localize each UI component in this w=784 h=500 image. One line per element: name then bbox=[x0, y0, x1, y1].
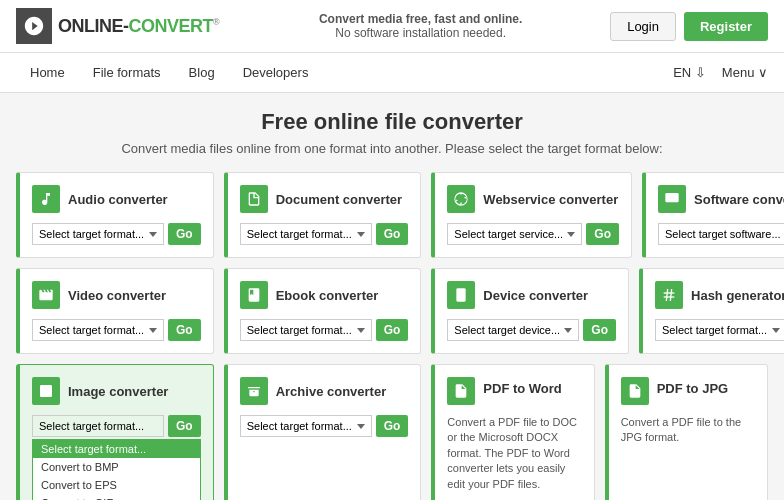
device-converter-card: Device converter Select target device...… bbox=[431, 268, 629, 354]
svg-rect-0 bbox=[665, 193, 678, 202]
hash-select[interactable]: Select target format... bbox=[655, 319, 784, 341]
image-icon bbox=[32, 377, 60, 405]
converter-grid-row3: Image converter Select target format... … bbox=[16, 364, 768, 500]
image-select[interactable]: Select target format... bbox=[32, 415, 164, 437]
document-converter-title: Document converter bbox=[276, 192, 402, 207]
pdf-to-jpg-icon bbox=[621, 377, 649, 405]
pdf-to-jpg-title: PDF to JPG bbox=[657, 381, 729, 396]
audio-converter-title: Audio converter bbox=[68, 192, 168, 207]
webservice-converter-title: Webservice converter bbox=[483, 192, 618, 207]
converter-grid-row2: Video converter Select target format... … bbox=[16, 268, 768, 354]
document-icon bbox=[240, 185, 268, 213]
svg-line-4 bbox=[666, 289, 667, 301]
audio-converter-card: Audio converter Select target format... … bbox=[16, 172, 214, 258]
device-select[interactable]: Select target device... bbox=[447, 319, 579, 341]
archive-converter-title: Archive converter bbox=[276, 384, 387, 399]
ebook-icon bbox=[240, 281, 268, 309]
page-subtitle: Convert media files online from one form… bbox=[16, 141, 768, 156]
logo[interactable]: ONLINE-CONVERT® bbox=[16, 8, 219, 44]
image-go-button[interactable]: Go bbox=[168, 415, 201, 437]
software-converter-card: Software converter Select target softwar… bbox=[642, 172, 784, 258]
webservice-icon bbox=[447, 185, 475, 213]
nav-right: EN ⇩ Menu ∨ bbox=[673, 65, 768, 80]
webservice-go-button[interactable]: Go bbox=[586, 223, 619, 245]
pdf-to-jpg-card: PDF to JPG Convert a PDF file to the JPG… bbox=[605, 364, 768, 500]
main-content: Free online file converter Convert media… bbox=[0, 93, 784, 500]
pdf-to-word-description: Convert a PDF file to DOC or the Microso… bbox=[447, 415, 581, 492]
video-converter-title: Video converter bbox=[68, 288, 166, 303]
ebook-converter-title: Ebook converter bbox=[276, 288, 379, 303]
document-go-button[interactable]: Go bbox=[376, 223, 409, 245]
nav-file-formats[interactable]: File formats bbox=[79, 53, 175, 92]
hash-generator-title: Hash generator bbox=[691, 288, 784, 303]
header-buttons: Login Register bbox=[610, 12, 768, 41]
image-dropdown-list: Select target format... Convert to BMP C… bbox=[32, 439, 201, 500]
converter-grid-row1: Audio converter Select target format... … bbox=[16, 172, 768, 258]
register-button[interactable]: Register bbox=[684, 12, 768, 41]
video-converter-card: Video converter Select target format... … bbox=[16, 268, 214, 354]
video-go-button[interactable]: Go bbox=[168, 319, 201, 341]
ebook-go-button[interactable]: Go bbox=[376, 319, 409, 341]
audio-icon bbox=[32, 185, 60, 213]
video-icon bbox=[32, 281, 60, 309]
webservice-select[interactable]: Select target service... bbox=[447, 223, 582, 245]
device-icon bbox=[447, 281, 475, 309]
login-button[interactable]: Login bbox=[610, 12, 676, 41]
device-go-button[interactable]: Go bbox=[583, 319, 616, 341]
main-nav: Home File formats Blog Developers EN ⇩ M… bbox=[0, 53, 784, 93]
device-converter-title: Device converter bbox=[483, 288, 588, 303]
site-header: ONLINE-CONVERT® Convert media free, fast… bbox=[0, 0, 784, 53]
hash-icon bbox=[655, 281, 683, 309]
archive-select[interactable]: Select target format... bbox=[240, 415, 372, 437]
software-icon bbox=[658, 185, 686, 213]
audio-select[interactable]: Select target format... bbox=[32, 223, 164, 245]
ebook-converter-card: Ebook converter Select target format... … bbox=[224, 268, 422, 354]
tagline: Convert media free, fast and online. No … bbox=[231, 12, 610, 40]
archive-go-button[interactable]: Go bbox=[376, 415, 409, 437]
archive-converter-card: Archive converter Select target format..… bbox=[224, 364, 422, 500]
nav-links: Home File formats Blog Developers bbox=[16, 53, 322, 92]
nav-developers[interactable]: Developers bbox=[229, 53, 323, 92]
document-select[interactable]: Select target format... bbox=[240, 223, 372, 245]
dropdown-option-eps[interactable]: Convert to EPS bbox=[33, 476, 200, 494]
webservice-converter-card: Webservice converter Select target servi… bbox=[431, 172, 632, 258]
archive-icon bbox=[240, 377, 268, 405]
pdf-to-word-icon bbox=[447, 377, 475, 405]
dropdown-option-selected[interactable]: Select target format... bbox=[33, 440, 200, 458]
image-converter-card: Image converter Select target format... … bbox=[16, 364, 214, 500]
svg-line-5 bbox=[670, 289, 671, 301]
pdf-to-jpg-description: Convert a PDF file to the JPG format. bbox=[621, 415, 755, 446]
menu-button[interactable]: Menu ∨ bbox=[722, 65, 768, 80]
pdf-to-word-card: PDF to Word Convert a PDF file to DOC or… bbox=[431, 364, 594, 500]
dropdown-option-bmp[interactable]: Convert to BMP bbox=[33, 458, 200, 476]
hash-generator-card: Hash generator Select target format... G… bbox=[639, 268, 784, 354]
svg-point-7 bbox=[43, 388, 45, 390]
audio-go-button[interactable]: Go bbox=[168, 223, 201, 245]
video-select[interactable]: Select target format... bbox=[32, 319, 164, 341]
page-title: Free online file converter bbox=[16, 109, 768, 135]
ebook-select[interactable]: Select target format... bbox=[240, 319, 372, 341]
nav-home[interactable]: Home bbox=[16, 53, 79, 92]
software-converter-title: Software converter bbox=[694, 192, 784, 207]
image-converter-title: Image converter bbox=[68, 384, 168, 399]
logo-icon bbox=[16, 8, 52, 44]
svg-rect-1 bbox=[457, 288, 466, 301]
language-selector[interactable]: EN ⇩ bbox=[673, 65, 706, 80]
nav-blog[interactable]: Blog bbox=[175, 53, 229, 92]
software-select[interactable]: Select target software... bbox=[658, 223, 784, 245]
dropdown-option-gif[interactable]: Convert to GIF bbox=[33, 494, 200, 500]
pdf-to-word-title: PDF to Word bbox=[483, 381, 561, 396]
document-converter-card: Document converter Select target format.… bbox=[224, 172, 422, 258]
